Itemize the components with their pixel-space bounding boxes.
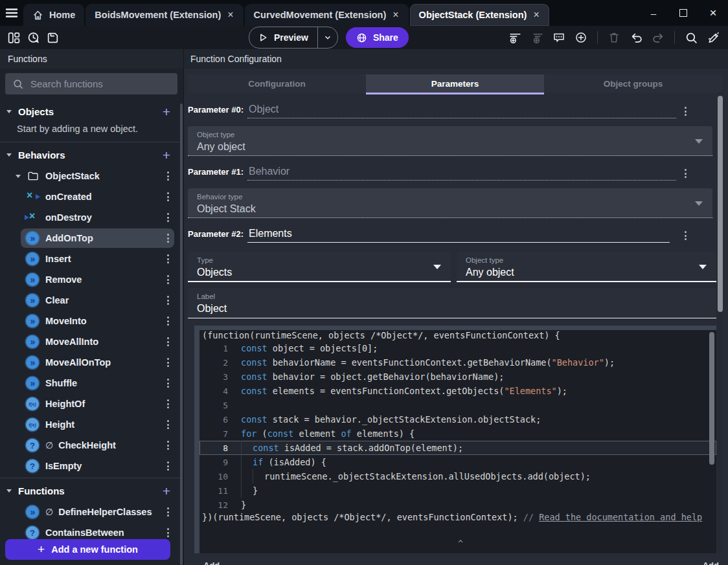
add-comment-icon[interactable] <box>549 28 569 47</box>
tab-configuration[interactable]: Configuration <box>188 74 366 93</box>
add-object-icon[interactable]: + <box>159 105 174 118</box>
tree-item-moveinto[interactable]: » MoveInto <box>0 311 181 331</box>
functions-section-header[interactable]: Functions + <box>0 480 181 502</box>
code-line-1[interactable]: 1const object = objects[0]; <box>199 341 716 355</box>
tab-close-icon[interactable]: × <box>392 9 399 21</box>
item-menu-icon[interactable] <box>167 461 169 471</box>
sidebar-scrollbar[interactable] <box>180 104 183 565</box>
tab-boidsmovement[interactable]: BoidsMovement (Extension) × <box>85 4 243 26</box>
code-line-2[interactable]: 2const behaviorName = eventsFunctionCont… <box>199 355 716 370</box>
code-line-7[interactable]: 7for (const element of elements) { <box>199 427 716 441</box>
item-menu-icon[interactable] <box>167 420 169 429</box>
item-menu-icon[interactable] <box>167 316 169 326</box>
parameter-name-input[interactable]: Behavior <box>247 166 676 181</box>
code-line-6[interactable]: 6const stack = behavior._objectStackExte… <box>199 412 716 427</box>
panels-layout-icon[interactable] <box>4 28 23 47</box>
tree-item-shuffle[interactable]: » Shuffle <box>0 373 181 393</box>
code-line-8[interactable]: 8const isAdded = stack.addOnTop(element)… <box>199 441 716 455</box>
tab-parameters[interactable]: Parameters <box>366 74 544 93</box>
item-menu-icon[interactable] <box>167 275 169 284</box>
tree-item-heightof[interactable]: f(x) HeightOf <box>0 393 181 414</box>
item-menu-icon[interactable] <box>167 379 169 388</box>
add-event-icon[interactable] <box>505 28 525 47</box>
tab-home[interactable]: Home <box>23 4 84 26</box>
tree-item-checkheight[interactable]: ? ∅ CheckHeight <box>0 435 181 456</box>
tree-item-remove[interactable]: » Remove <box>0 269 181 290</box>
parameter-menu-icon[interactable] <box>685 169 687 178</box>
search-functions-input[interactable]: Search functions <box>5 73 177 94</box>
collapse-caret[interactable]: ^ <box>458 538 463 548</box>
tree-item-moveallontop[interactable]: » MoveAllOnTop <box>0 352 181 373</box>
tab-object-groups[interactable]: Object groups <box>544 74 722 93</box>
share-button[interactable]: Share <box>346 27 409 48</box>
item-menu-icon[interactable] <box>167 358 169 367</box>
history-icon[interactable] <box>23 28 43 47</box>
add-new-function-button[interactable]: + Add a new function <box>5 539 170 560</box>
item-menu-icon[interactable] <box>167 528 169 537</box>
javascript-code-editor[interactable]: (function(runtimeScene, objects /*Object… <box>194 326 716 553</box>
tree-item-insert[interactable]: » Insert <box>0 249 181 269</box>
object-type-select-2[interactable]: Object type Any object <box>457 252 716 282</box>
code-line-12[interactable]: 12} <box>199 498 716 512</box>
tree-item-oncreated[interactable]: × onCreated <box>0 186 181 207</box>
add-subevent-icon[interactable] <box>527 28 547 47</box>
tab-close-icon[interactable]: × <box>227 9 234 21</box>
main-menu-icon[interactable] <box>0 0 23 26</box>
edit-icon[interactable] <box>703 28 723 47</box>
maximize-button[interactable] <box>668 0 698 26</box>
save-icon[interactable] <box>43 28 62 47</box>
tab-objectstack[interactable]: ObjectStack (Extension) × <box>410 4 549 26</box>
item-menu-icon[interactable] <box>167 254 169 263</box>
tree-item-addontop[interactable]: » AddOnTop <box>0 228 181 249</box>
add-behavior-icon[interactable]: + <box>159 148 174 162</box>
tree-item-clear[interactable]: » Clear <box>0 290 181 311</box>
preview-options-button[interactable] <box>317 27 337 48</box>
close-button[interactable]: × <box>698 0 728 26</box>
item-menu-icon[interactable] <box>167 296 169 305</box>
tree-item-isempty[interactable]: ? IsEmpty <box>0 456 181 476</box>
code-line-3[interactable]: 3const behavior = object.getBehavior(beh… <box>199 370 716 384</box>
tree-item-moveallinto[interactable]: » MoveAllInto <box>0 331 181 352</box>
add-other-icon[interactable] <box>571 28 591 47</box>
redo-icon[interactable] <box>648 28 668 47</box>
behaviors-section-header[interactable]: Behaviors + <box>0 144 181 166</box>
tab-close-icon[interactable]: × <box>532 9 540 21</box>
tree-item-objectstack[interactable]: ObjectStack <box>0 166 181 186</box>
tab-curvedmovement[interactable]: CurvedMovement (Extension) × <box>245 4 409 26</box>
item-menu-icon[interactable] <box>167 337 169 346</box>
code-line-9[interactable]: 9if (isAdded) { <box>199 455 716 469</box>
parameter-menu-icon[interactable] <box>685 107 687 116</box>
code-line-10[interactable]: 10runtimeScene._objectStackExtension.all… <box>199 469 716 483</box>
add-function-icon[interactable]: + <box>159 484 174 498</box>
code-line-4[interactable]: 4const elements = eventsFunctionContext.… <box>199 384 716 398</box>
tree-item-definehelperclasses[interactable]: » ∅ DefineHelperClasses <box>0 502 181 522</box>
parameter-name-input[interactable]: Elements <box>247 228 670 243</box>
behavior-type-select[interactable]: Behavior type Object Stack <box>188 188 712 218</box>
parameter-menu-icon[interactable] <box>685 231 687 240</box>
main-scrollbar-thumb[interactable] <box>718 96 723 312</box>
object-type-select[interactable]: Object type Any object <box>188 126 712 156</box>
code-line-11[interactable]: 11} <box>199 483 716 498</box>
item-menu-icon[interactable] <box>167 399 169 408</box>
item-menu-icon[interactable] <box>167 507 169 516</box>
preview-button[interactable]: Preview <box>249 27 317 48</box>
item-menu-icon[interactable] <box>167 234 169 243</box>
tree-item-ondestroy[interactable]: × onDestroy <box>0 207 181 228</box>
undo-icon[interactable] <box>626 28 646 47</box>
label-field[interactable]: Label Object <box>188 288 716 318</box>
item-menu-icon[interactable] <box>167 192 169 201</box>
delete-icon[interactable] <box>604 28 624 47</box>
item-menu-icon[interactable] <box>167 172 169 181</box>
minimize-button[interactable]: – <box>639 0 668 26</box>
preview-split-button[interactable]: Preview <box>249 27 338 49</box>
code-scrollbar[interactable] <box>709 332 714 465</box>
item-menu-icon[interactable] <box>167 213 169 222</box>
tree-item-height[interactable]: f(x) Height <box>0 414 181 435</box>
objects-section-header[interactable]: Objects + <box>0 100 181 122</box>
type-select[interactable]: Type Objects <box>188 252 451 282</box>
parameter-name-input[interactable]: Object <box>247 104 676 118</box>
code-line-5[interactable]: 5 <box>199 398 716 412</box>
item-menu-icon[interactable] <box>167 441 169 450</box>
documentation-link[interactable]: Read the documentation and help <box>539 512 702 522</box>
search-icon[interactable] <box>681 28 701 47</box>
